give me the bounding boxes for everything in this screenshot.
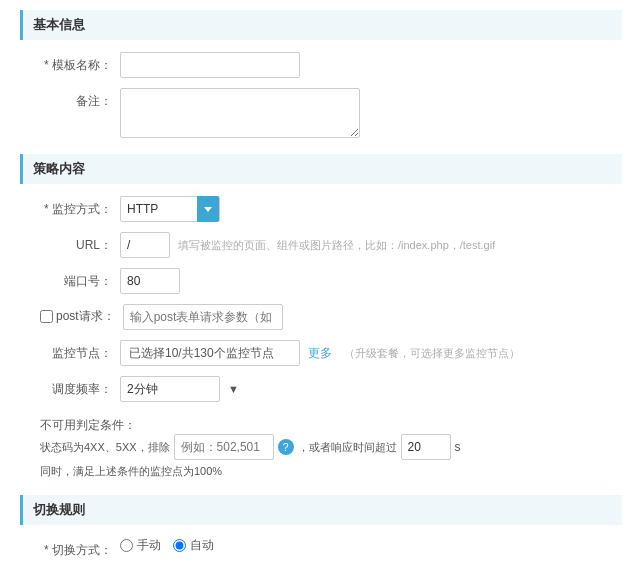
basic-info-section: 基本信息 * 模板名称： 备注： bbox=[20, 10, 622, 138]
template-name-input[interactable] bbox=[120, 52, 300, 78]
monitor-method-row: * 监控方式： HTTP bbox=[20, 196, 622, 222]
url-input-group: 填写被监控的页面、组件或图片路径，比如：/index.php，/test.gif bbox=[120, 232, 495, 258]
url-input[interactable] bbox=[120, 232, 170, 258]
template-name-row: * 模板名称： bbox=[20, 52, 622, 78]
template-name-label: * 模板名称： bbox=[40, 52, 120, 74]
monitor-method-value: HTTP bbox=[127, 202, 158, 216]
monitor-method-select[interactable]: HTTP bbox=[120, 196, 220, 222]
freq-select[interactable]: 1分钟 2分钟 5分钟 10分钟 15分钟 30分钟 60分钟 bbox=[120, 376, 220, 402]
post-input[interactable] bbox=[123, 304, 283, 330]
timeout-unit: s bbox=[455, 440, 461, 454]
post-label: post请求： bbox=[40, 304, 123, 325]
switch-method-label: * 切换方式： bbox=[40, 537, 120, 559]
unavail-middle: ，或者响应时间超过 bbox=[298, 440, 397, 455]
unavail-row: 不可用判定条件： 状态码为4XX、5XX，排除 ? ，或者响应时间超过 s 同时… bbox=[20, 412, 622, 479]
monitor-node-value: 已选择10/共130个监控节点 bbox=[120, 340, 300, 366]
basic-info-header: 基本信息 bbox=[20, 10, 622, 40]
url-label: URL： bbox=[40, 232, 120, 254]
question-icon[interactable]: ? bbox=[278, 439, 294, 455]
post-checkbox[interactable] bbox=[40, 310, 53, 323]
switch-rule-section: 切换规则 * 切换方式： 手动 自动 bbox=[20, 495, 622, 559]
switch-method-radio-group: 手动 自动 bbox=[120, 537, 214, 554]
manual-radio-label[interactable]: 手动 bbox=[120, 537, 161, 554]
monitor-method-arrow bbox=[197, 196, 219, 222]
port-row: 端口号： bbox=[20, 268, 622, 294]
remark-row: 备注： bbox=[20, 88, 622, 138]
monitor-node-row: 监控节点： 已选择10/共130个监控节点 更多 （升级套餐，可选择更多监控节点… bbox=[20, 340, 622, 366]
unavail-suffix: 同时，满足上述条件的监控点为100% bbox=[40, 464, 222, 479]
url-hint: 填写被监控的页面、组件或图片路径，比如：/index.php，/test.gif bbox=[178, 238, 495, 253]
switch-method-row: * 切换方式： 手动 自动 bbox=[20, 537, 622, 559]
unavail-label: 不可用判定条件： bbox=[40, 412, 144, 434]
auto-radio[interactable] bbox=[173, 539, 186, 552]
more-nodes-link[interactable]: 更多 bbox=[308, 345, 332, 362]
port-label: 端口号： bbox=[40, 268, 120, 290]
strategy-header: 策略内容 bbox=[20, 154, 622, 184]
page-wrapper: 基本信息 * 模板名称： 备注： 策略内容 * 监控方式： HTTP URL： bbox=[0, 0, 642, 567]
strategy-section: 策略内容 * 监控方式： HTTP URL： 填写被监控的页面、组件或图片路径，… bbox=[20, 154, 622, 479]
monitor-method-label: * 监控方式： bbox=[40, 196, 120, 218]
remark-input[interactable] bbox=[120, 88, 360, 138]
post-label-text: post请求： bbox=[56, 308, 115, 325]
freq-label: 调度频率： bbox=[40, 376, 120, 398]
more-nodes-hint: （升级套餐，可选择更多监控节点） bbox=[344, 346, 520, 361]
remark-label: 备注： bbox=[40, 88, 120, 110]
freq-row: 调度频率： 1分钟 2分钟 5分钟 10分钟 15分钟 30分钟 60分钟 ▼ bbox=[20, 376, 622, 402]
auto-label-text: 自动 bbox=[190, 537, 214, 554]
freq-select-group: 1分钟 2分钟 5分钟 10分钟 15分钟 30分钟 60分钟 ▼ bbox=[120, 376, 239, 402]
error-code-input[interactable] bbox=[174, 434, 274, 460]
unavail-prefix: 状态码为4XX、5XX，排除 bbox=[40, 440, 170, 455]
manual-radio[interactable] bbox=[120, 539, 133, 552]
monitor-node-group: 已选择10/共130个监控节点 更多 （升级套餐，可选择更多监控节点） bbox=[120, 340, 520, 366]
switch-rule-header: 切换规则 bbox=[20, 495, 622, 525]
timeout-input[interactable] bbox=[401, 434, 451, 460]
monitor-node-label: 监控节点： bbox=[40, 340, 120, 362]
unavail-group: 状态码为4XX、5XX，排除 ? ，或者响应时间超过 s 同时，满足上述条件的监… bbox=[40, 434, 622, 479]
freq-select-wrapper: 1分钟 2分钟 5分钟 10分钟 15分钟 30分钟 60分钟 bbox=[120, 376, 220, 402]
port-input[interactable] bbox=[120, 268, 180, 294]
auto-radio-label[interactable]: 自动 bbox=[173, 537, 214, 554]
post-checkbox-label[interactable]: post请求： bbox=[40, 308, 115, 325]
freq-arrow-indicator: ▼ bbox=[228, 383, 239, 395]
manual-label-text: 手动 bbox=[137, 537, 161, 554]
post-row: post请求： bbox=[20, 304, 622, 330]
url-row: URL： 填写被监控的页面、组件或图片路径，比如：/index.php，/tes… bbox=[20, 232, 622, 258]
